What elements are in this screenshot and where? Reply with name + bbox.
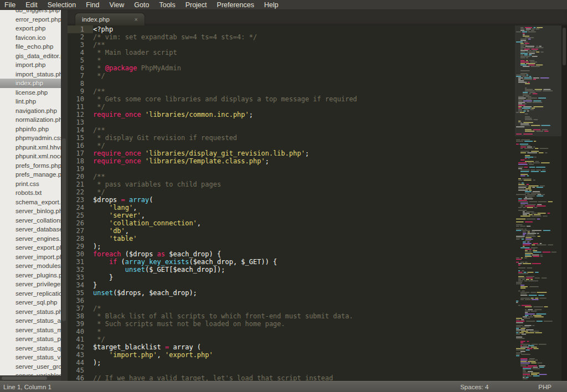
sidebar-item-schema-export-p[interactable]: schema_export.p — [0, 198, 61, 207]
sidebar-item-server-export-ph[interactable]: server_export.ph — [0, 243, 61, 252]
code-line-31[interactable]: 31 if (array_key_exists($each_drop, $_GE… — [68, 258, 515, 266]
code-line-9[interactable]: 9/** — [68, 87, 515, 95]
code-line-1[interactable]: 1<?php — [68, 25, 515, 33]
sidebar-item-server-status-qu[interactable]: server_status_qu — [0, 344, 61, 353]
menu-item-selection[interactable]: Selection — [43, 0, 81, 10]
sidebar-item-server-privileges[interactable]: server_privileges — [0, 280, 61, 289]
code-line-20[interactable]: 20/** — [68, 173, 515, 180]
code-line-39[interactable]: 39 * Such scripts must not be loaded on … — [68, 320, 515, 328]
code-line-2[interactable]: 2/* vim: set expandtab sw=4 ts=4 sts=4: … — [68, 33, 515, 41]
code-line-23[interactable]: 23$drops = array( — [68, 196, 515, 204]
code-line-30[interactable]: 30foreach ($drops as $each_drop) { — [68, 250, 515, 258]
code-line-36[interactable]: 36 — [68, 297, 515, 305]
code-line-13[interactable]: 13 — [68, 118, 515, 126]
sidebar-item-server-replicatio[interactable]: server_replicatio — [0, 289, 61, 298]
code-line-35[interactable]: 35unset($drops, $each_drop); — [68, 289, 515, 297]
sidebar-item-phpunit-xml-hhvm[interactable]: phpunit.xml.hhvm — [0, 143, 61, 152]
sidebar-item-import-status-ph[interactable]: import_status.ph — [0, 70, 61, 79]
code-line-12[interactable]: 12require_once 'libraries/common.inc.php… — [68, 111, 515, 118]
menu-item-tools[interactable]: Tools — [154, 0, 180, 10]
menu-item-help[interactable]: Help — [259, 0, 284, 10]
code-line-29[interactable]: 29); — [68, 243, 515, 250]
sidebar-item-server-status-pr[interactable]: server_status_pr — [0, 334, 61, 344]
sidebar-horizontal-scrollbar-thumb[interactable] — [2, 376, 47, 380]
code-line-4[interactable]: 4 * Main loader script — [68, 49, 515, 56]
code-line-45[interactable]: 45 — [68, 367, 515, 374]
sidebar-item-server-engines-p[interactable]: server_engines.p — [0, 234, 61, 244]
sidebar-item-server-import-ph[interactable]: server_import.ph — [0, 252, 61, 262]
code-line-3[interactable]: 3/** — [68, 41, 515, 49]
sidebar-horizontal-scrollbar[interactable] — [0, 375, 61, 381]
sidebar-item-phpunit-xml-noco[interactable]: phpunit.xml.noco — [0, 152, 61, 161]
code-line-44[interactable]: 44); — [68, 359, 515, 367]
sidebar-item-prefs-forms-php[interactable]: prefs_forms.php — [0, 161, 61, 171]
code-line-21[interactable]: 21 * pass variables to child pages — [68, 180, 515, 188]
editor-vertical-scrollbar-thumb[interactable] — [563, 28, 566, 65]
code-line-41[interactable]: 41 */ — [68, 336, 515, 343]
syntax-indicator[interactable]: PHP — [538, 384, 551, 390]
minimap[interactable] — [515, 25, 561, 381]
menu-item-preferences[interactable]: Preferences — [212, 0, 259, 10]
sidebar-item-robots-txt[interactable]: robots.txt — [0, 188, 61, 198]
menu-item-file[interactable]: File — [0, 0, 20, 10]
code-line-38[interactable]: 38 * Black list of all scripts to which … — [68, 312, 515, 320]
code-line-42[interactable]: 42$target_blacklist = array ( — [68, 343, 515, 351]
sidebar-item-navigation-php[interactable]: navigation.php — [0, 106, 61, 116]
code-line-17[interactable]: 17require_once 'libraries/display_git_re… — [68, 149, 515, 157]
code-line-22[interactable]: 22 */ — [68, 188, 515, 196]
sidebar-item-server-status-va[interactable]: server_status_va — [0, 353, 61, 362]
code-line-14[interactable]: 14/** — [68, 126, 515, 134]
code-line-18[interactable]: 18require_once 'libraries/Template.class… — [68, 157, 515, 165]
sidebar-item-prefs-manage-ph[interactable]: prefs_manage.ph — [0, 170, 61, 179]
code-line-7[interactable]: 7 */ — [68, 72, 515, 80]
sidebar-item-server-sql-php[interactable]: server_sql.php — [0, 298, 61, 307]
code-line-43[interactable]: 43 'import.php', 'export.php' — [68, 351, 515, 359]
code-line-6[interactable]: 6 * @package PhpMyAdmin — [68, 64, 515, 72]
indentation-indicator[interactable]: Spaces: 4 — [460, 384, 488, 390]
sidebar-item-normalization-ph[interactable]: normalization.ph — [0, 115, 61, 125]
sidebar-item-index-php[interactable]: index.php — [0, 79, 61, 88]
sidebar-item-phpmyadmin-css[interactable]: phpmyadmin.css — [0, 133, 61, 143]
code-line-16[interactable]: 16 */ — [68, 142, 515, 149]
code-line-33[interactable]: 33 } — [68, 274, 515, 281]
sidebar-item-server-status-ph[interactable]: server_status.ph — [0, 307, 61, 317]
code-line-25[interactable]: 25 'server', — [68, 212, 515, 219]
code-line-24[interactable]: 24 'lang', — [68, 204, 515, 212]
file-sidebar[interactable]: db_triggers.phperror_report.phpexport.ph… — [0, 10, 61, 375]
sidebar-item-export-php[interactable]: export.php — [0, 24, 61, 33]
code-line-27[interactable]: 27 'db', — [68, 227, 515, 235]
sidebar-item-license-php[interactable]: license.php — [0, 88, 61, 97]
code-line-11[interactable]: 11 */ — [68, 103, 515, 111]
sidebar-item-gis-data-editor-p[interactable]: gis_data_editor.p — [0, 51, 61, 61]
code-line-19[interactable]: 19 — [68, 165, 515, 173]
sidebar-item-lint-php[interactable]: lint.php — [0, 97, 61, 106]
menu-item-find[interactable]: Find — [81, 0, 104, 10]
code-line-10[interactable]: 10 * Gets some core libraries and displa… — [68, 95, 515, 103]
menu-item-view[interactable]: View — [104, 0, 129, 10]
code-line-15[interactable]: 15 * display Git revision if requested — [68, 134, 515, 142]
tab-index-php[interactable]: index.php × — [75, 13, 145, 25]
code-line-46[interactable]: 46// If we have a valid target, let's lo… — [68, 374, 515, 381]
sidebar-vertical-scrollbar[interactable] — [61, 10, 68, 381]
sidebar-item-print-css[interactable]: print.css — [0, 179, 61, 189]
sidebar-item-server-variables[interactable]: server_variables — [0, 371, 61, 375]
sidebar-item-phpinfo-php[interactable]: phpinfo.php — [0, 125, 61, 134]
sidebar-vertical-scrollbar-thumb[interactable] — [62, 138, 66, 321]
sidebar-item-server-user-grou[interactable]: server_user_grou — [0, 362, 61, 372]
sidebar-item-file-echo-php[interactable]: file_echo.php — [0, 42, 61, 51]
code-line-5[interactable]: 5 * — [68, 56, 515, 64]
minimap-viewport[interactable] — [515, 25, 561, 136]
code-line-37[interactable]: 37/* — [68, 305, 515, 312]
sidebar-item-server-plugins-p[interactable]: server_plugins.p — [0, 271, 61, 280]
sidebar-item-import-php[interactable]: import.php — [0, 60, 61, 70]
menu-item-project[interactable]: Project — [181, 0, 212, 10]
code-line-8[interactable]: 8 — [68, 80, 515, 87]
sidebar-item-server-database[interactable]: server_database — [0, 225, 61, 234]
editor-vertical-scrollbar[interactable] — [561, 25, 567, 381]
menu-item-goto[interactable]: Goto — [129, 0, 154, 10]
sidebar-item-server-collations[interactable]: server_collations — [0, 216, 61, 225]
sidebar-item-error-report-php[interactable]: error_report.php — [0, 15, 61, 24]
menu-item-edit[interactable]: Edit — [20, 0, 43, 10]
code-line-26[interactable]: 26 'collation_connection', — [68, 219, 515, 227]
code-editor[interactable]: 1<?php2/* vim: set expandtab sw=4 ts=4 s… — [68, 25, 515, 381]
